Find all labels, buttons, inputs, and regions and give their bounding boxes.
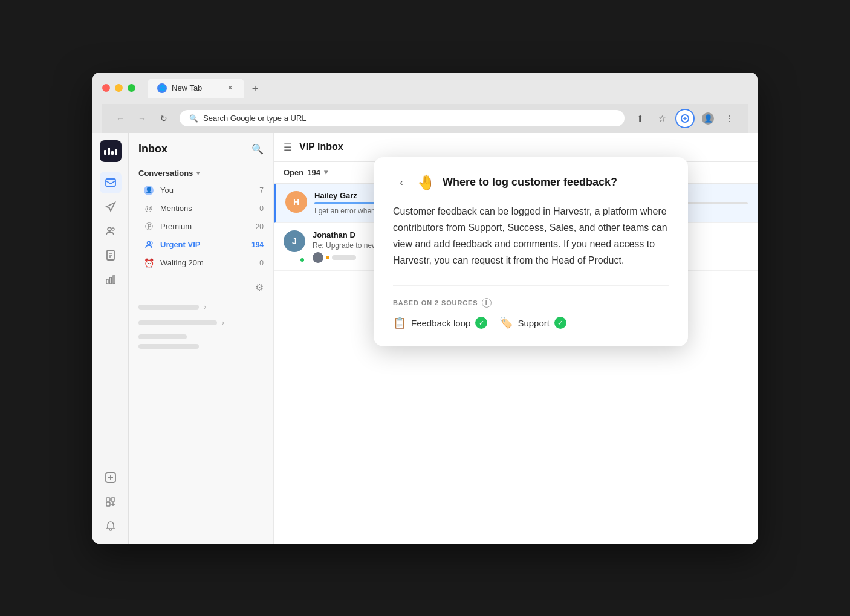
- sidebar-item-compose[interactable]: [100, 467, 122, 488]
- maximize-button[interactable]: [128, 84, 135, 92]
- support-icon: 🏷️: [499, 316, 513, 329]
- conversations-section-header[interactable]: Conversations ▾: [129, 165, 273, 181]
- bookmark-icon[interactable]: ☆: [654, 110, 670, 127]
- avatar-2: J: [284, 230, 305, 252]
- nav-buttons: ← → ↻: [112, 110, 172, 127]
- svg-point-2: [108, 227, 111, 231]
- source-check-icon: ✓: [475, 317, 487, 329]
- source-feedback-label: Feedback loop: [411, 318, 470, 328]
- mentions-count: 0: [259, 204, 264, 213]
- you-icon: 👤: [143, 185, 154, 196]
- sidebar-placeholder-section: › ›: [129, 298, 273, 354]
- premium-icon: Ⓟ: [143, 221, 154, 232]
- mentions-icon: @: [143, 203, 154, 214]
- waiting-icon: ⏰: [143, 258, 154, 268]
- tab-favicon: 🌐: [157, 83, 167, 93]
- urgent-vip-icon: [143, 239, 154, 250]
- app-container: Inbox 🔍 Conversations ▾ 👤 You 7 @: [92, 133, 758, 544]
- you-count: 7: [259, 186, 264, 195]
- you-label: You: [160, 186, 174, 195]
- svg-rect-5: [106, 279, 108, 284]
- active-tab[interactable]: 🌐 New Tab ✕: [148, 79, 244, 98]
- profile-icon[interactable]: 👤: [699, 110, 716, 127]
- tab-bar: 🌐 New Tab ✕ +: [148, 79, 264, 98]
- svg-rect-9: [106, 498, 110, 501]
- reload-button[interactable]: ↻: [155, 110, 172, 127]
- sidebar-item-waiting[interactable]: ⏰ Waiting 20m 0: [129, 254, 273, 272]
- extension-button[interactable]: [675, 109, 695, 128]
- browser-actions: ⬆ ☆ 👤 ⋮: [632, 109, 738, 128]
- premium-count: 20: [256, 222, 264, 231]
- svg-rect-1: [106, 179, 115, 186]
- waiting-count: 0: [259, 259, 264, 267]
- chevron-right-icon-2: ›: [222, 319, 224, 327]
- sidebar-item-premium[interactable]: Ⓟ Premium 20: [129, 218, 273, 236]
- urgent-vip-label: Urgent VIP: [160, 240, 200, 249]
- sidebar-item-notifications[interactable]: [100, 515, 122, 537]
- source-check-icon-2: ✓: [554, 317, 566, 329]
- new-tab-button[interactable]: +: [247, 81, 264, 98]
- urgent-vip-count: 194: [251, 241, 264, 249]
- close-button[interactable]: [102, 84, 110, 92]
- svg-rect-7: [113, 276, 115, 284]
- minimize-button[interactable]: [115, 84, 123, 92]
- mentions-label: Mentions: [160, 204, 192, 213]
- settings-gear-icon[interactable]: ⚙: [255, 282, 264, 293]
- main-content: ☰ VIP Inbox Open 194 ▾ H Hailey Garz: [274, 133, 758, 544]
- sidebar-item-sent[interactable]: [100, 196, 122, 218]
- sources-label: BASED ON 2 SOURCES i: [393, 298, 669, 308]
- avatar-wrapper-2: J: [284, 230, 305, 263]
- knowledge-icon: 🤚: [417, 174, 435, 191]
- sources-section: BASED ON 2 SOURCES i 📋 Feedback loop ✓ 🏷…: [393, 285, 669, 329]
- feedback-loop-icon: 📋: [393, 316, 406, 329]
- source-support[interactable]: 🏷️ Support ✓: [499, 316, 566, 329]
- knowledge-title: Where to log customer feedback?: [443, 176, 617, 189]
- knowledge-body: Customer feedback can be logged in Harve…: [393, 203, 669, 269]
- url-bar[interactable]: 🔍 Search Google or type a URL: [180, 110, 625, 126]
- tab-title: New Tab: [172, 83, 202, 92]
- tab-close-button[interactable]: ✕: [225, 83, 235, 93]
- svg-rect-6: [109, 277, 111, 284]
- sidebar-item-contacts[interactable]: [100, 220, 122, 242]
- sidebar-title: Inbox: [138, 143, 167, 155]
- search-icon: 🔍: [189, 114, 198, 123]
- svg-rect-11: [106, 502, 110, 506]
- knowledge-panel: ‹ 🤚 Where to log customer feedback? Cust…: [304, 133, 758, 544]
- sidebar-item-mentions[interactable]: @ Mentions 0: [129, 199, 273, 218]
- hamburger-icon[interactable]: ☰: [284, 141, 292, 153]
- forward-nav-button[interactable]: →: [134, 110, 151, 127]
- waiting-label: Waiting 20m: [160, 258, 204, 267]
- share-icon[interactable]: ⬆: [632, 110, 649, 127]
- back-button[interactable]: ‹: [393, 174, 410, 191]
- open-label: Open: [284, 168, 303, 177]
- icon-sidebar: [92, 133, 129, 544]
- conversations-label: Conversations: [138, 169, 193, 178]
- browser-chrome: 🌐 New Tab ✕ + ← → ↻ 🔍 Search Google or t…: [92, 73, 758, 133]
- app-logo: [100, 140, 122, 162]
- sidebar-item-reports[interactable]: [100, 268, 122, 290]
- premium-label: Premium: [160, 222, 192, 231]
- traffic-lights: 🌐 New Tab ✕ +: [102, 79, 748, 98]
- logo-bars-icon: [104, 148, 117, 155]
- sources-list: 📋 Feedback loop ✓ 🏷️ Support ✓: [393, 316, 669, 329]
- sidebar-search-icon[interactable]: 🔍: [251, 143, 264, 155]
- sidebar-item-you[interactable]: 👤 You 7: [129, 181, 273, 199]
- sidebar-item-docs[interactable]: [100, 244, 122, 266]
- sidebar-item-inbox[interactable]: [100, 172, 122, 193]
- info-icon[interactable]: i: [482, 298, 492, 308]
- address-bar: ← → ↻ 🔍 Search Google or type a URL ⬆ ☆: [102, 104, 748, 133]
- sidebar-item-apps[interactable]: [100, 491, 122, 513]
- sidebar-header: Inbox 🔍: [129, 133, 273, 160]
- chevron-right-icon: ›: [204, 303, 206, 311]
- menu-icon[interactable]: ⋮: [721, 110, 738, 127]
- url-text: Search Google or type a URL: [203, 114, 307, 123]
- svg-point-3: [112, 228, 114, 230]
- chevron-down-icon: ▾: [196, 170, 200, 177]
- back-nav-button[interactable]: ←: [112, 110, 129, 127]
- knowledge-card: ‹ 🤚 Where to log customer feedback? Cust…: [374, 157, 688, 347]
- left-sidebar: Inbox 🔍 Conversations ▾ 👤 You 7 @: [129, 133, 274, 544]
- sidebar-item-urgent-vip[interactable]: Urgent VIP 194: [129, 236, 273, 254]
- source-feedback-loop[interactable]: 📋 Feedback loop ✓: [393, 316, 487, 329]
- source-support-label: Support: [517, 318, 550, 328]
- knowledge-header: ‹ 🤚 Where to log customer feedback?: [393, 174, 669, 191]
